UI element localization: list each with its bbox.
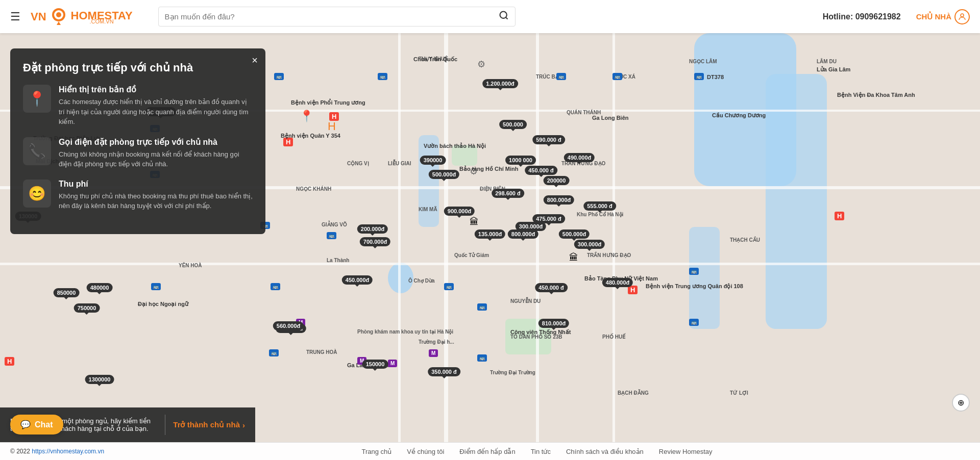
map-label-tu-liem: TỨ LỢI [730, 390, 748, 396]
price-marker[interactable]: 480.000đ [602, 278, 633, 287]
svg-point-4 [500, 12, 506, 18]
compass-icon[interactable]: ⊕ [952, 394, 970, 412]
map-label-quoc-tu-giam: Quốc Tử Giám [454, 252, 489, 258]
hospital-marker-5[interactable]: H [835, 212, 844, 220]
logo-text-right: HOMESTAY .COM.VN [71, 9, 133, 24]
map-label-trung-hoa: TRUNG HOÀ [306, 349, 337, 355]
become-host-arrow: › [242, 421, 245, 429]
map-label-lam-du: LÂM DU [817, 59, 837, 64]
bus-stop-icon-15: 🚌 [477, 303, 487, 311]
bus-stop-icon-3: 🚌 [556, 73, 566, 80]
svg-point-6 [961, 14, 964, 17]
feature-desc: Không thu phí chủ nhà theo booking mà th… [59, 191, 253, 211]
footer-site-link[interactable]: https://vnhomestay.com.vn [32, 448, 104, 455]
chat-button[interactable]: 💬 Chat [10, 415, 63, 435]
metro-icon-ga-thai-ha: M [388, 360, 397, 367]
map-label-truong-dai: Trường Đại h... [419, 339, 454, 345]
footer-link-review[interactable]: Review Homestay [659, 448, 713, 455]
price-marker[interactable]: 150000 [362, 360, 388, 369]
map-benh-vien-tam-anh: Bệnh Viện Đa Khoa Tâm Anh [837, 92, 915, 98]
price-marker[interactable]: 900.000đ [444, 207, 475, 216]
info-panel: × Đặt phòng trực tiếp với chủ nhà 📍 Hiển… [10, 48, 265, 234]
search-button[interactable] [499, 10, 509, 23]
feature-icon: 😊 [23, 180, 51, 208]
price-marker[interactable]: 135.000đ [475, 229, 505, 239]
museum-icon: 🏛 [470, 217, 479, 227]
user-icon [954, 9, 970, 24]
become-host-label: Trở thành chủ nhà [173, 420, 240, 429]
map-label-giang-vo: GIẢNG VÕ [322, 222, 347, 227]
svg-point-2 [56, 12, 61, 17]
map-benh-vien-label: Bệnh viện Phổi Trung ương [291, 99, 365, 106]
feature-desc: Chúng tôi không nhận booking mà kết nối … [59, 149, 253, 169]
hospital-marker-2[interactable]: H [283, 138, 293, 146]
feature-text: Hiển thị trên bản đồ Các homestay được h… [59, 85, 253, 127]
price-marker[interactable]: 590.000 đ [532, 135, 565, 144]
bus-stop-icon-2: 🚌 [378, 73, 387, 80]
metro-icon-4: M [429, 349, 438, 357]
bus-stop-icon-17: 🚌 [444, 283, 454, 290]
footer-nav: Trang chủ Về chúng tôi Điểm đến hấp dẫn … [361, 448, 712, 455]
map-label-hung-dao: TRẦN HƯNG ĐẠO [587, 252, 631, 258]
close-button[interactable]: × [252, 55, 258, 66]
price-marker[interactable]: 490.000đ [564, 153, 595, 162]
price-marker[interactable]: 500.000đ [559, 229, 590, 239]
hospital-marker[interactable]: H [329, 112, 339, 121]
feature-item: 📍 Hiển thị trên bản đồ Các homestay được… [23, 85, 253, 127]
logo[interactable]: VN HOMESTAY .COM.VN [31, 7, 133, 27]
hospital-pin[interactable]: 📍 [300, 110, 313, 123]
chat-label: Chat [35, 420, 53, 429]
footer: © 2022 https://vnhomestay.com.vn Trang c… [0, 442, 980, 460]
menu-icon[interactable]: ☰ [10, 10, 20, 23]
feature-desc: Các homestay được hiển thị và chỉ đường … [59, 97, 253, 127]
become-host-button[interactable]: Trở thành chủ nhà › [173, 420, 245, 429]
price-marker[interactable]: 800.000đ [544, 195, 574, 205]
price-marker[interactable]: 450.000 đ [535, 283, 568, 292]
search-bar[interactable] [158, 7, 516, 27]
price-marker[interactable]: 450.000 đ [525, 166, 557, 175]
footer-link-home[interactable]: Trang chủ [361, 448, 391, 455]
modal-overlay: × Đặt phòng trực tiếp với chủ nhà 📍 Hiển… [0, 33, 278, 442]
feature-heading: Thu phí [59, 180, 253, 189]
price-marker[interactable]: 800.000đ [508, 229, 538, 239]
map-label-thach-cau: THẠCH CẦU [730, 237, 760, 243]
chu-nha-button[interactable]: CHỦ NHÀ [916, 9, 970, 24]
price-marker[interactable]: 200.000đ [357, 224, 388, 234]
settings-gear-icon-2[interactable]: ⚙ [470, 166, 478, 177]
feature-icon: 📞 [23, 137, 51, 165]
logo-icon [48, 7, 69, 27]
price-marker[interactable]: 390000 [420, 156, 446, 165]
settings-gear-icon[interactable]: ⚙ [477, 59, 485, 70]
price-marker[interactable]: 200000 [544, 176, 570, 185]
hotline: Hotline: 0909621982 [823, 12, 901, 21]
price-marker[interactable]: 700.000đ [360, 237, 390, 246]
footer-link-destinations[interactable]: Điểm đến hấp dẫn [459, 448, 515, 455]
divider [165, 415, 165, 435]
logo-text-left: VN [31, 10, 46, 23]
feature-text: Gọi điện đặt phòng trực tiếp với chủ nhà… [59, 137, 253, 169]
bus-stop-icon-14: 🚌 [689, 319, 699, 326]
search-input[interactable] [165, 12, 499, 21]
feature-item: 😊 Thu phí Không thu phí chủ nhà theo boo… [23, 180, 253, 211]
price-marker[interactable]: 500.000 [499, 120, 527, 129]
footer-link-news[interactable]: Tin tức [531, 448, 551, 455]
svg-marker-3 [57, 21, 61, 25]
price-marker[interactable]: 298.600 đ [492, 189, 524, 198]
price-marker[interactable]: 350.000 đ [428, 367, 460, 376]
price-marker[interactable]: 300.000đ [574, 240, 605, 249]
footer-link-about[interactable]: Về chúng tôi [407, 448, 444, 455]
price-marker[interactable]: 1.200.000đ [482, 79, 518, 88]
map-lua-gia-lam: Lửa Gia Lâm [817, 66, 850, 73]
price-marker[interactable]: 810.000đ [538, 319, 569, 328]
footer-link-policy[interactable]: Chính sách và điều khoản [566, 448, 644, 455]
hospital-h-pin[interactable]: H [328, 120, 336, 133]
price-marker[interactable]: 450.000đ [342, 275, 373, 285]
price-marker[interactable]: 500.000đ [429, 170, 459, 179]
map-chua: Chùa Trần Quốc [413, 56, 457, 63]
bus-stop-icon-16: 🚌 [477, 354, 487, 362]
map-ga-long-bien: Ga Long Biên [592, 115, 629, 121]
museum-icon-2: 🏛 [569, 252, 578, 263]
price-marker[interactable]: 1000 000 [505, 156, 536, 165]
feature-icon: 📍 [23, 85, 51, 113]
price-marker[interactable]: 555.000 đ [583, 201, 616, 211]
